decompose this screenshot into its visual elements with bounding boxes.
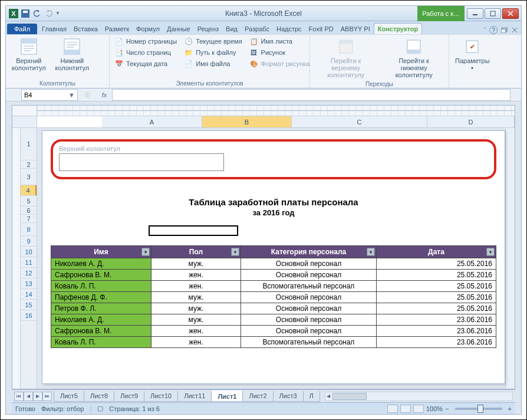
active-cell[interactable] <box>149 225 238 236</box>
tab-nav-first[interactable]: ⏮ <box>14 392 24 401</box>
current-time-button[interactable]: 🕒Текущее время <box>182 36 244 47</box>
options-button[interactable]: ✔ Параметры▾ <box>452 36 493 86</box>
sheet-tab[interactable]: Лист11 <box>177 391 212 402</box>
sheet-tab[interactable]: Лист10 <box>144 391 178 402</box>
table-cell[interactable]: муж. <box>151 314 241 326</box>
tab-foxit[interactable]: Foxit PD <box>305 24 337 34</box>
filter-arrow-icon[interactable]: ▾ <box>367 248 375 256</box>
row-header-9[interactable]: 9 <box>21 236 37 247</box>
table-cell[interactable]: 25.05.2016 <box>377 303 496 314</box>
table-cell[interactable]: Вспомогательный персонал <box>241 281 377 292</box>
col-header-b[interactable]: B <box>202 116 292 127</box>
table-cell[interactable]: Основной персонал <box>241 292 377 303</box>
tab-review[interactable]: Реценз <box>194 24 222 34</box>
row-header-7[interactable]: 7 <box>21 215 37 223</box>
table-cell[interactable]: Основной персонал <box>241 270 377 281</box>
table-cell[interactable]: Парфенов Д. Ф. <box>51 292 151 303</box>
zoom-out-button[interactable]: − <box>445 405 449 412</box>
name-box[interactable]: B4▼ <box>21 89 78 101</box>
tab-file[interactable]: Файл <box>7 24 37 34</box>
view-normal-button[interactable] <box>387 405 398 413</box>
table-cell[interactable]: муж. <box>151 258 241 270</box>
table-cell[interactable]: жен. <box>151 270 241 281</box>
table-cell[interactable]: Основной персонал <box>241 314 377 326</box>
table-cell[interactable]: Сафронова В. М. <box>51 326 151 337</box>
table-row[interactable]: Петров Ф. Л.муж.Основной персонал25.05.2… <box>51 303 496 314</box>
window-restore-doc-icon[interactable] <box>501 27 508 33</box>
tab-nav-next[interactable]: ▶ <box>33 392 42 401</box>
tab-developer[interactable]: Разрабс <box>241 24 273 34</box>
table-cell[interactable]: Николаев А. Д. <box>51 258 151 270</box>
table-cell[interactable]: 23.06.2016 <box>377 337 496 348</box>
tab-nav-last[interactable]: ⏭ <box>42 392 52 401</box>
row-header-14[interactable]: 14 <box>21 289 37 300</box>
row-header-6[interactable]: 6 <box>21 206 37 215</box>
filter-arrow-icon[interactable]: ▾ <box>231 248 239 256</box>
vertical-scrollbar[interactable] <box>505 128 515 389</box>
table-row[interactable]: Николаев А. Д.муж.Основной персонал23.06… <box>51 314 496 326</box>
goto-footer-button[interactable]: Перейти к нижнему колонтитулу <box>381 36 446 80</box>
table-cell[interactable]: 23.06.2016 <box>377 314 496 326</box>
fx-label[interactable]: fx <box>97 91 112 99</box>
qat-dropdown-icon[interactable]: ▼ <box>55 11 60 16</box>
row-header-10[interactable]: 10 <box>21 247 37 257</box>
sheet-tab[interactable]: Лист9 <box>114 391 144 402</box>
tab-view[interactable]: Вид <box>222 24 241 34</box>
table-cell[interactable]: 25.05.2016 <box>377 292 496 303</box>
sheet-tab[interactable]: Лист3 <box>273 391 304 402</box>
horizontal-ruler[interactable] <box>37 106 515 116</box>
save-icon[interactable] <box>20 8 31 19</box>
table-row[interactable]: Коваль Л. П.жен.Вспомогательный персонал… <box>51 337 496 348</box>
table-cell[interactable]: Коваль Л. П. <box>51 337 151 348</box>
redo-icon[interactable] <box>44 8 54 19</box>
sheet-tab[interactable]: Лист1 <box>211 391 243 402</box>
tab-layout[interactable]: Разметк <box>101 24 133 34</box>
formula-bar[interactable] <box>112 89 510 101</box>
minimize-ribbon-icon[interactable]: ˇ <box>483 27 486 34</box>
header-left-section[interactable] <box>59 153 224 171</box>
header-button[interactable]: Верхний колонтитул <box>8 36 50 79</box>
tab-data[interactable]: Данные <box>163 24 194 34</box>
table-row[interactable]: Парфенов Д. Ф.муж.Основной персонал25.05… <box>51 292 496 303</box>
table-cell[interactable]: Николаев А. Д. <box>51 314 151 326</box>
table-cell[interactable]: муж. <box>151 292 241 303</box>
close-doc-icon[interactable] <box>512 27 518 33</box>
row-header-16[interactable]: 16 <box>21 310 37 321</box>
column-header[interactable]: Дата▾ <box>377 246 496 258</box>
tab-formulas[interactable]: Формул <box>133 24 163 34</box>
table-row[interactable]: Николаев А. Д.муж.Основной персонал25.05… <box>51 258 496 270</box>
table-cell[interactable]: жен. <box>151 281 241 292</box>
row-header-8[interactable]: 8 <box>21 223 37 236</box>
table-cell[interactable]: Сафронова В. М. <box>51 270 151 281</box>
row-header-12[interactable]: 12 <box>21 268 37 278</box>
table-cell[interactable]: 23.06.2016 <box>377 326 496 337</box>
footer-button[interactable]: Нижний колонтитул <box>52 36 93 79</box>
help-icon[interactable]: ? <box>489 26 498 34</box>
minimize-button[interactable] <box>467 8 483 19</box>
macro-record-icon[interactable]: ▢ <box>97 405 103 412</box>
table-row[interactable]: Сафронова В. М.жен.Основной персонал25.0… <box>51 270 496 281</box>
vertical-ruler[interactable] <box>12 128 21 389</box>
tab-nav-prev[interactable]: ◀ <box>24 392 33 401</box>
sheet-tab[interactable]: Лист2 <box>242 391 273 402</box>
row-header-2[interactable]: 2 <box>21 160 37 169</box>
table-cell[interactable]: Коваль Л. П. <box>51 281 151 292</box>
page-number-button[interactable]: 📄Номер страницы <box>112 36 179 47</box>
view-pagebreak-button[interactable] <box>413 405 424 413</box>
tab-home[interactable]: Главная <box>38 24 70 34</box>
row-header-13[interactable]: 13 <box>21 278 37 289</box>
col-header-c[interactable]: C <box>292 116 427 127</box>
zoom-slider[interactable] <box>455 408 502 410</box>
sheet-name-button[interactable]: 📋Имя листа <box>247 36 312 47</box>
row-header-5[interactable]: 5 <box>21 196 37 206</box>
select-all-corner[interactable] <box>12 116 37 127</box>
filter-arrow-icon[interactable]: ▾ <box>486 248 495 256</box>
table-cell[interactable]: Основной персонал <box>241 258 377 270</box>
zoom-level[interactable]: 100% <box>426 405 443 412</box>
table-row[interactable]: Коваль Л. П.жен.Вспомогательный персонал… <box>51 281 496 292</box>
row-header-4[interactable]: 4 <box>21 185 37 196</box>
row-header-3[interactable]: 3 <box>21 169 37 185</box>
close-button[interactable] <box>502 8 519 19</box>
table-cell[interactable]: Основной персонал <box>241 303 377 314</box>
row-header-11[interactable]: 11 <box>21 257 37 268</box>
